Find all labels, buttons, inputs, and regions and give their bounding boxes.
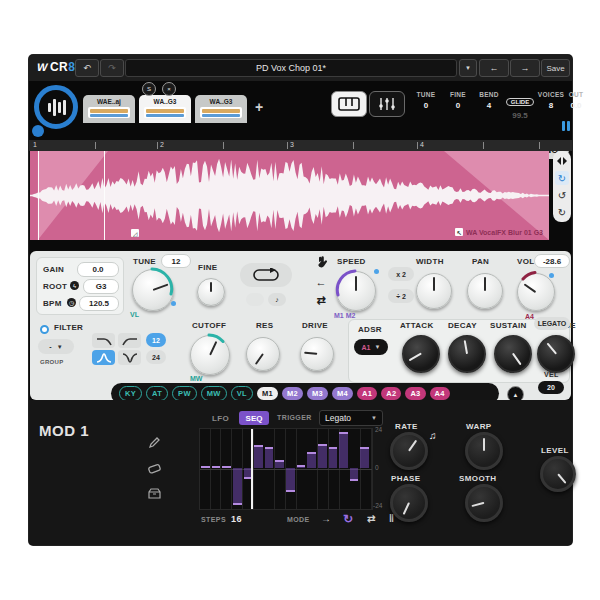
mod-source-a2[interactable]: A2 (381, 387, 401, 400)
root-value[interactable]: G3 (83, 279, 119, 294)
bpm-value[interactable]: 120.5 (79, 296, 119, 311)
speed-div2-button[interactable]: ÷ 2 (388, 289, 414, 303)
mode-pingpong-icon[interactable]: ⇄ (367, 513, 375, 524)
seq-step-bar[interactable] (286, 468, 295, 492)
steps-value[interactable]: 16 (231, 514, 242, 524)
global-tune[interactable]: TUNE0 (409, 91, 443, 110)
pan-knob[interactable] (467, 273, 503, 309)
trigger-mode-dropdown[interactable]: Legato▼ (319, 410, 383, 426)
seq-step-bar[interactable] (254, 445, 263, 468)
global-fine[interactable]: FINE0 (441, 91, 475, 110)
mod-source-a4[interactable]: A4 (430, 387, 450, 400)
filter-enable-toggle[interactable] (40, 325, 49, 334)
res-knob[interactable] (246, 337, 280, 371)
mod-source-a1[interactable]: A1 (357, 387, 377, 400)
mod-source-m3[interactable]: M3 (307, 387, 328, 400)
release-knob[interactable] (537, 335, 575, 373)
rate-sync-note-icon[interactable]: ♫ (429, 430, 437, 441)
vol-knob[interactable] (517, 273, 555, 311)
tune-knob[interactable] (132, 269, 174, 311)
attack-knob[interactable] (402, 335, 440, 373)
mod-source-at[interactable]: AT (146, 386, 168, 401)
filter-slope-12-button[interactable]: 12 (146, 333, 166, 347)
save-button[interactable]: Save (541, 59, 570, 77)
warp-knob[interactable] (465, 432, 503, 470)
preset-menu-button[interactable]: ▼ (459, 59, 477, 77)
mod-source-vl[interactable]: VL (231, 386, 253, 401)
pingpong-play-icon[interactable]: ⇄ (314, 293, 328, 307)
undo-button[interactable]: ↶ (75, 59, 99, 77)
mod-source-mw[interactable]: MW (201, 386, 227, 401)
mod-source-m1-active[interactable]: M1 (257, 387, 278, 400)
mod-source-ky[interactable]: KY (119, 386, 142, 401)
loop-start-marker[interactable] (104, 151, 105, 240)
prev-preset-button[interactable]: ← (479, 59, 509, 77)
step-sequencer-grid[interactable] (199, 428, 373, 510)
tab-sample-2-active[interactable]: WA..G3 (139, 95, 191, 123)
sample-start-marker[interactable] (38, 151, 39, 240)
seq-step-bar[interactable] (233, 468, 242, 505)
mode-forward-icon[interactable]: → (321, 513, 331, 524)
legato-button[interactable]: LEGATO (534, 317, 570, 330)
next-preset-button[interactable]: → (510, 59, 540, 77)
seq-step-bar[interactable] (307, 452, 316, 468)
smooth-knob[interactable] (465, 484, 503, 522)
loop-sync-off-button[interactable] (246, 293, 264, 306)
filter-highpass-button[interactable] (118, 333, 141, 348)
tab-sample-3[interactable]: WA..G3 (195, 95, 247, 123)
preset-name-display[interactable]: PD Vox Chop 01* (125, 59, 457, 77)
filter-group-dropdown[interactable]: -▼ (38, 339, 74, 354)
decay-knob[interactable] (448, 335, 486, 373)
mod-source-a3[interactable]: A3 (405, 387, 425, 400)
level-knob[interactable] (540, 456, 576, 492)
global-bend[interactable]: BEND4 (472, 91, 506, 110)
hand-drag-icon[interactable] (314, 255, 328, 269)
seq-step-bar[interactable] (265, 447, 274, 468)
vol-value[interactable]: -28.6 (534, 254, 570, 268)
fine-knob[interactable] (197, 278, 225, 306)
filter-bandpass-button[interactable] (92, 350, 115, 365)
loop-mode-icon[interactable]: ↻ (555, 171, 569, 185)
filter-notch-button[interactable] (118, 350, 141, 365)
filter-slope-24-button[interactable]: 24 (146, 350, 166, 364)
speed-knob[interactable] (336, 271, 376, 311)
phase-knob[interactable] (390, 484, 428, 522)
fade-tool-icon[interactable] (555, 154, 569, 168)
loop-flag-icon[interactable]: ◿ (131, 229, 139, 237)
keyboard-view-button[interactable] (331, 91, 367, 117)
waveform-display[interactable]: ◿ ↖ WA VocalFX Blur 01 G3 (30, 151, 549, 240)
tab-seq-active[interactable]: SEQ (239, 411, 269, 425)
tune-value[interactable]: 12 (161, 254, 191, 268)
loop-release-icon[interactable]: ↻ (555, 205, 569, 219)
mod-source-m4[interactable]: M4 (332, 387, 353, 400)
seq-step-bar[interactable] (339, 432, 348, 468)
redo-button[interactable]: ↷ (100, 59, 124, 77)
seq-step-bar[interactable] (360, 447, 369, 468)
timeline-ruler[interactable]: 1 2 3 4 (29, 140, 572, 151)
eraser-tool-icon[interactable] (147, 461, 161, 475)
pencil-tool-icon[interactable] (147, 436, 161, 450)
add-tab-button[interactable]: + (255, 99, 263, 115)
sustain-knob[interactable] (494, 335, 532, 373)
mixer-view-button[interactable] (369, 91, 405, 117)
loop-alt-icon[interactable]: ↺ (555, 188, 569, 202)
reverse-play-icon[interactable]: ← (314, 275, 328, 289)
filter-lowpass-button[interactable] (92, 333, 115, 348)
loop-sync-note-button[interactable]: ♪ (268, 293, 286, 306)
preset-drawer-icon[interactable] (147, 486, 161, 500)
speed-x2-button[interactable]: x 2 (388, 267, 414, 281)
mod-source-pw[interactable]: PW (172, 386, 197, 401)
tab-solo-badge[interactable]: S (142, 82, 156, 96)
global-glide[interactable]: GLIDE99.5 (503, 90, 537, 120)
adsr-preset-dropdown[interactable]: A1▼ (354, 339, 388, 355)
mode-loop-icon[interactable]: ↻ (343, 512, 353, 526)
gain-value[interactable]: 0.0 (77, 262, 119, 277)
vel-value[interactable]: 20 (538, 381, 564, 394)
drive-knob[interactable] (300, 337, 334, 371)
seq-step-bar[interactable] (329, 447, 338, 468)
width-knob[interactable] (416, 273, 452, 309)
loop-toggle-button[interactable] (240, 263, 292, 287)
global-out[interactable]: OUT0.0 (563, 91, 589, 110)
mod-source-m2[interactable]: M2 (282, 387, 303, 400)
tab-sample-1[interactable]: WAE..aj (83, 95, 135, 123)
